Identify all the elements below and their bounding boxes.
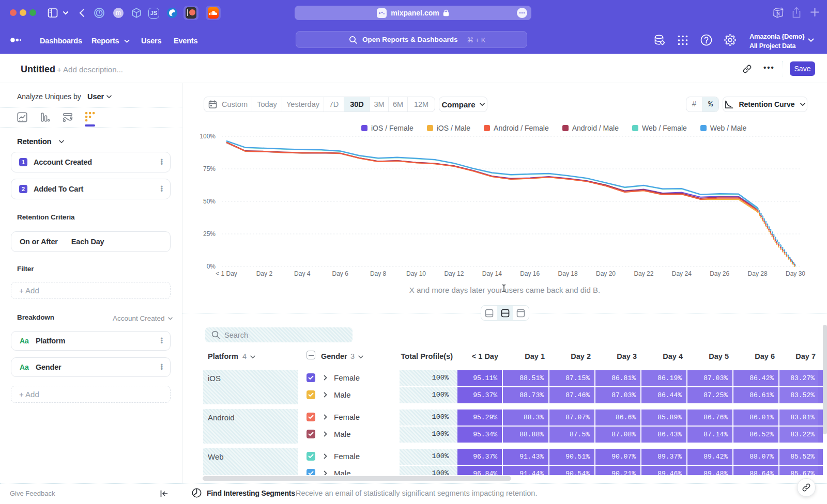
svg-text:0%: 0% (207, 263, 216, 270)
svg-text:N: N (776, 11, 780, 17)
svg-text:25%: 25% (203, 230, 216, 238)
svg-text:75%: 75% (203, 165, 216, 172)
svg-text:100%: 100% (200, 133, 216, 140)
svg-text:50%: 50% (203, 198, 216, 205)
